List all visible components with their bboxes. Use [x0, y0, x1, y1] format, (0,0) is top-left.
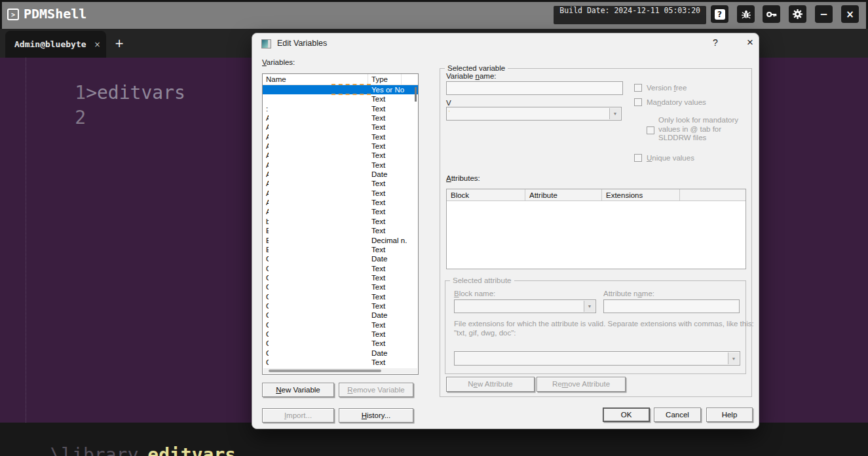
- dialog-title: Edit Variables: [277, 39, 327, 48]
- block-name-select[interactable]: ▼: [454, 299, 596, 313]
- edit-variables-dialog: Edit Variables ? × Variables: Name Type …: [252, 33, 759, 429]
- dialog-help-button[interactable]: ?: [708, 37, 723, 48]
- tab-admin-bluebyte[interactable]: Admin@bluebyte ×: [5, 31, 106, 58]
- mandatory-values-checkbox[interactable]: [634, 98, 642, 106]
- hscrollbar-thumb[interactable]: [269, 370, 381, 372]
- ok-button[interactable]: OK: [603, 408, 650, 422]
- api-key-button[interactable]: [763, 5, 780, 23]
- edit-variables-icon: [261, 39, 271, 48]
- unique-values-checkbox[interactable]: [634, 154, 642, 162]
- terminal-command: >editvars: [86, 82, 185, 104]
- variable-row[interactable]: EText: [263, 245, 418, 254]
- close-icon: ×: [846, 9, 854, 20]
- bug-report-button[interactable]: [737, 5, 755, 23]
- variable-row[interactable]: CDate: [263, 349, 418, 358]
- variables-hscrollbar[interactable]: [263, 368, 417, 373]
- cancel-button[interactable]: Cancel: [654, 408, 701, 422]
- tab-label: Admin@bluebyte: [14, 39, 86, 49]
- gear-icon: [792, 9, 803, 20]
- new-variable-button[interactable]: New Variable: [262, 383, 334, 397]
- column-header-type[interactable]: Type: [368, 74, 402, 85]
- variable-row[interactable]: AText: [263, 179, 418, 188]
- bug-icon: [741, 9, 751, 20]
- variable-row[interactable]: CText: [263, 358, 418, 367]
- current-command: editvars: [147, 444, 236, 456]
- variable-row[interactable]: bText: [263, 217, 418, 226]
- file-extensions-note-line1: File extensions for which the attribute …: [454, 320, 754, 328]
- line-number: 1: [66, 82, 83, 104]
- remove-variable-button[interactable]: Remove Variable: [339, 383, 413, 397]
- version-free-checkbox[interactable]: [634, 84, 642, 92]
- minimize-button[interactable]: −: [815, 5, 833, 23]
- import-button[interactable]: Import...: [262, 408, 334, 423]
- line-number: 2: [66, 107, 83, 128]
- variable-row[interactable]: CText: [263, 339, 418, 348]
- close-button[interactable]: ×: [841, 5, 859, 23]
- variable-row[interactable]: CDate: [263, 254, 418, 263]
- file-extensions-select[interactable]: ▼: [454, 351, 740, 366]
- variable-row[interactable]: EText: [263, 226, 418, 235]
- attribute-name-input[interactable]: [603, 299, 740, 313]
- column-header-block[interactable]: Block: [447, 189, 525, 200]
- variable-row[interactable]: AText: [263, 198, 418, 207]
- attribute-name-label: Attribute name:: [603, 290, 654, 297]
- chevron-down-icon: ▼: [728, 352, 739, 364]
- variable-row[interactable]: CText: [263, 282, 418, 292]
- variables-list-header: Name Type: [263, 74, 418, 85]
- attributes-table[interactable]: Block Attribute Extensions: [446, 189, 746, 269]
- plus-icon: +: [115, 37, 124, 50]
- remove-attribute-button[interactable]: Remove Attribute: [537, 377, 626, 392]
- variable-row[interactable]: CText: [263, 301, 418, 311]
- selected-attribute-group-label: Selected attribute: [450, 276, 514, 284]
- variable-row[interactable]: CText: [263, 330, 418, 339]
- only-look-mandatory-checkbox[interactable]: [647, 126, 654, 134]
- variable-row[interactable]: AText: [263, 142, 418, 151]
- variable-row[interactable]: Text: [263, 94, 418, 104]
- variable-row[interactable]: AText: [263, 113, 418, 123]
- attributes-table-header: Block Attribute Extensions: [447, 189, 745, 201]
- version-free-label: Version free: [647, 84, 687, 92]
- variable-row[interactable]: AText: [263, 151, 418, 160]
- help-icon: ?: [715, 9, 725, 20]
- new-tab-button[interactable]: +: [111, 35, 127, 51]
- file-extensions-note-line2: "txt, gif, dwg, doc":: [454, 329, 516, 337]
- variable-type-value: Y: [447, 107, 449, 120]
- new-attribute-button[interactable]: New Attribute: [446, 377, 535, 392]
- variable-row[interactable]: :Text: [263, 104, 418, 113]
- help-button[interactable]: ?: [711, 5, 728, 23]
- column-header-extensions[interactable]: Extensions: [602, 189, 680, 200]
- variable-row[interactable]: CText: [263, 273, 418, 282]
- variable-row[interactable]: AText: [263, 189, 418, 198]
- tab-close-icon[interactable]: ×: [94, 40, 101, 49]
- column-header-name[interactable]: Name: [263, 74, 368, 85]
- settings-button[interactable]: [789, 5, 806, 23]
- variable-row[interactable]: EDecimal n.: [263, 236, 418, 245]
- variables-label: Variables:: [262, 58, 295, 66]
- variable-name-label: Variable name:: [446, 72, 497, 80]
- variable-name-input[interactable]: [446, 81, 623, 95]
- chevron-down-icon: ▼: [609, 108, 620, 119]
- variables-vscrollbar[interactable]: [415, 87, 417, 102]
- build-date-badge: Build Date: 2024-12-11 05:03:20: [554, 6, 706, 24]
- variable-row[interactable]: Yes or No: [263, 85, 418, 94]
- variables-list[interactable]: Name Type Yes or NoText:TextATextATextAT…: [262, 73, 419, 375]
- column-header-attribute[interactable]: Attribute: [525, 189, 602, 200]
- mandatory-values-label: Mandatory values: [647, 98, 706, 106]
- variable-row[interactable]: ADate: [263, 170, 418, 179]
- titlebar: > PDMShell Build Date: 2024-12-11 05:03:…: [0, 0, 868, 29]
- variable-row[interactable]: AText: [263, 123, 418, 132]
- variable-row[interactable]: AText: [263, 161, 418, 170]
- variable-row[interactable]: CDate: [263, 311, 418, 320]
- variable-row[interactable]: CText: [263, 264, 418, 273]
- chevron-down-icon: ▼: [584, 301, 595, 312]
- help-button-dialog[interactable]: Help: [706, 408, 753, 422]
- variable-row[interactable]: CText: [263, 292, 418, 301]
- variable-row[interactable]: AText: [263, 132, 418, 142]
- variable-row[interactable]: CText: [263, 320, 418, 330]
- variable-type-label: V: [446, 99, 451, 107]
- history-button[interactable]: History...: [339, 408, 413, 423]
- variable-type-select[interactable]: Y ▼: [446, 107, 622, 121]
- variable-row[interactable]: AText: [263, 207, 418, 216]
- dialog-close-button[interactable]: ×: [742, 36, 758, 49]
- variables-list-body: Yes or NoText:TextATextATextATextATextAT…: [263, 85, 418, 368]
